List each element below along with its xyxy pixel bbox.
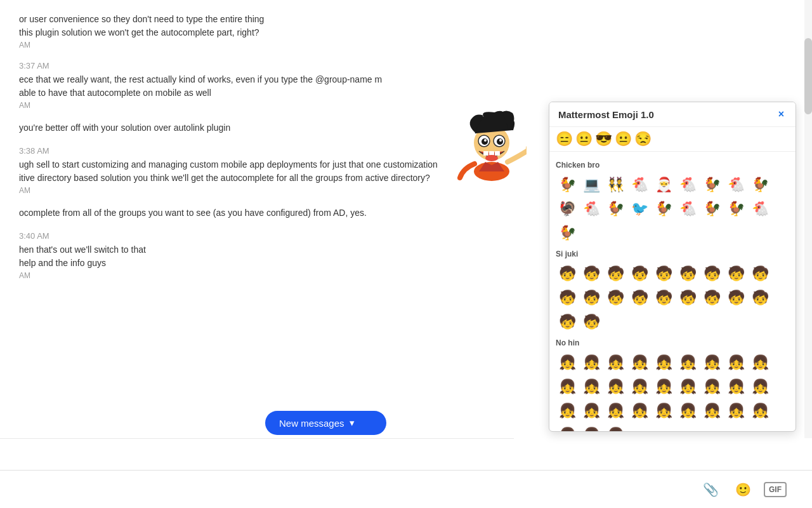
sticker[interactable]: 🐔 <box>676 197 699 220</box>
sticker[interactable]: 🐔 <box>724 173 747 196</box>
message-text: able to have that autocomplete on mobile… <box>19 86 527 100</box>
gif-label: GIF <box>769 485 782 494</box>
sticker[interactable]: 👧 <box>652 351 675 374</box>
sticker[interactable]: 👧 <box>700 375 723 398</box>
sticker[interactable]: 🧒 <box>628 286 651 309</box>
sticker[interactable]: 🧒 <box>580 311 603 333</box>
sticker[interactable]: 🧒 <box>604 286 627 309</box>
sticker[interactable]: 🐔 <box>749 197 771 220</box>
sticker[interactable]: 👧 <box>628 351 651 374</box>
sticker[interactable]: 👧 <box>652 375 675 398</box>
message-input[interactable] <box>10 450 504 460</box>
emoji-section-chicken-bro: Chicken bro <box>556 161 789 170</box>
sticker[interactable]: 🐔 <box>676 173 699 196</box>
sticker[interactable]: 👧 <box>604 399 627 422</box>
sticker[interactable]: 🧒 <box>628 262 651 285</box>
sticker[interactable]: 🧒 <box>604 262 627 285</box>
sticker[interactable]: 🧒 <box>652 286 675 309</box>
sticker[interactable]: 🧒 <box>676 262 699 285</box>
paperclip-icon: 📎 <box>703 482 719 497</box>
emoji-cell[interactable]: 😐 <box>615 131 632 147</box>
sticker[interactable]: 🐓 <box>749 173 771 196</box>
sticker[interactable]: 🧒 <box>556 286 579 309</box>
sticker[interactable]: 👧 <box>604 375 627 398</box>
sticker[interactable]: 🐓 <box>652 197 675 220</box>
emoji-top-row: 😑 😐 😎 😐 😒 <box>549 127 796 152</box>
sticker[interactable]: 🧒 <box>556 262 579 285</box>
emoji-panel-close-button[interactable]: × <box>776 109 787 120</box>
message-block: 3:37 AM ece that we really want, the res… <box>19 61 527 110</box>
emoji-section-si-juki: Si juki <box>556 250 789 258</box>
no-hin-grid: 👧 👧 👧 👧 👧 👧 👧 👧 👧 👧 👧 👧 👧 👧 👧 👧 👧 👧 👧 <box>556 351 789 431</box>
toolbar: 📎 🙂 GIF <box>0 470 812 508</box>
sticker[interactable]: 🐔 <box>580 197 603 220</box>
sticker[interactable]: 👧 <box>580 424 603 431</box>
sticker[interactable]: 👧 <box>676 375 699 398</box>
sticker[interactable]: 🐓 <box>604 197 627 220</box>
sticker[interactable]: 👧 <box>724 399 747 422</box>
sticker[interactable]: 👧 <box>652 399 675 422</box>
sticker[interactable]: 👧 <box>604 351 627 374</box>
emoji-cell[interactable]: 😑 <box>556 131 573 147</box>
sticker[interactable]: 🧒 <box>580 286 603 309</box>
sticker[interactable]: 🧒 <box>749 286 771 309</box>
sticker[interactable]: 🧒 <box>652 262 675 285</box>
sticker[interactable]: 👧 <box>724 375 747 398</box>
sticker[interactable]: 👧 <box>604 424 627 431</box>
emoji-cell[interactable]: 😒 <box>634 131 652 147</box>
sticker[interactable]: 🦃 <box>556 197 579 220</box>
message-text: ugh sell to start customizing and managi… <box>19 158 527 171</box>
sticker[interactable]: 👧 <box>580 351 603 374</box>
scrollbar-thumb[interactable] <box>804 38 812 114</box>
sticker[interactable]: 👧 <box>749 399 771 422</box>
message-time: AM <box>19 186 527 195</box>
new-messages-button[interactable]: New messages ▾ <box>265 411 386 435</box>
sticker[interactable]: 👧 <box>628 375 651 398</box>
sticker[interactable]: 👧 <box>556 375 579 398</box>
sticker[interactable]: 🧒 <box>724 262 747 285</box>
sticker[interactable]: 🧒 <box>700 286 723 309</box>
message-time: AM <box>19 41 527 50</box>
sticker[interactable]: 🧒 <box>700 262 723 285</box>
sticker[interactable]: 🐓 <box>724 197 747 220</box>
sticker[interactable]: 🐓 <box>556 173 579 196</box>
sticker[interactable]: 👧 <box>700 351 723 374</box>
sticker[interactable]: 👧 <box>676 399 699 422</box>
sticker[interactable]: 👧 <box>556 351 579 374</box>
gif-button[interactable]: GIF <box>764 482 787 497</box>
message-block: 3:38 AM ugh sell to start customizing an… <box>19 146 527 195</box>
sticker[interactable]: 👧 <box>724 351 747 374</box>
sticker[interactable]: 💻 <box>580 173 603 196</box>
sticker[interactable]: 🧒 <box>556 311 579 333</box>
emoji-button[interactable]: 🙂 <box>731 478 754 501</box>
sticker[interactable]: 👧 <box>676 351 699 374</box>
sticker[interactable]: 🧒 <box>749 262 771 285</box>
sticker[interactable]: 👧 <box>580 375 603 398</box>
chevron-down-icon: ▾ <box>350 417 355 429</box>
emoji-section-no-hin: No hin <box>556 338 789 347</box>
sticker[interactable]: 👯 <box>604 173 627 196</box>
emoji-body[interactable]: Chicken bro 🐓 💻 👯 🐔 🎅 🐔 🐓 🐔 🐓 🦃 🐔 🐓 🐦 🐓 … <box>549 152 796 431</box>
emoji-icon: 🙂 <box>735 482 751 497</box>
attach-button[interactable]: 📎 <box>699 478 722 501</box>
sticker[interactable]: 👧 <box>700 399 723 422</box>
sticker[interactable]: 🎅 <box>652 173 675 196</box>
message-text: ocomplete from all of the groups you wan… <box>19 206 527 220</box>
scrollbar-track[interactable] <box>804 0 812 438</box>
sticker[interactable]: 🐦 <box>628 197 651 220</box>
sticker[interactable]: 👧 <box>628 399 651 422</box>
sticker[interactable]: 🧒 <box>580 262 603 285</box>
emoji-cell[interactable]: 😎 <box>595 131 612 147</box>
sticker[interactable]: 🐔 <box>628 173 651 196</box>
emoji-cell[interactable]: 😐 <box>575 131 593 147</box>
sticker[interactable]: 👧 <box>749 351 771 374</box>
sticker[interactable]: 👧 <box>556 424 579 431</box>
sticker[interactable]: 🧒 <box>676 286 699 309</box>
sticker[interactable]: 👧 <box>749 375 771 398</box>
sticker[interactable]: 🐓 <box>556 222 579 244</box>
sticker[interactable]: 👧 <box>580 399 603 422</box>
sticker[interactable]: 🐓 <box>700 197 723 220</box>
sticker[interactable]: 👧 <box>556 399 579 422</box>
sticker[interactable]: 🐓 <box>700 173 723 196</box>
sticker[interactable]: 🧒 <box>724 286 747 309</box>
